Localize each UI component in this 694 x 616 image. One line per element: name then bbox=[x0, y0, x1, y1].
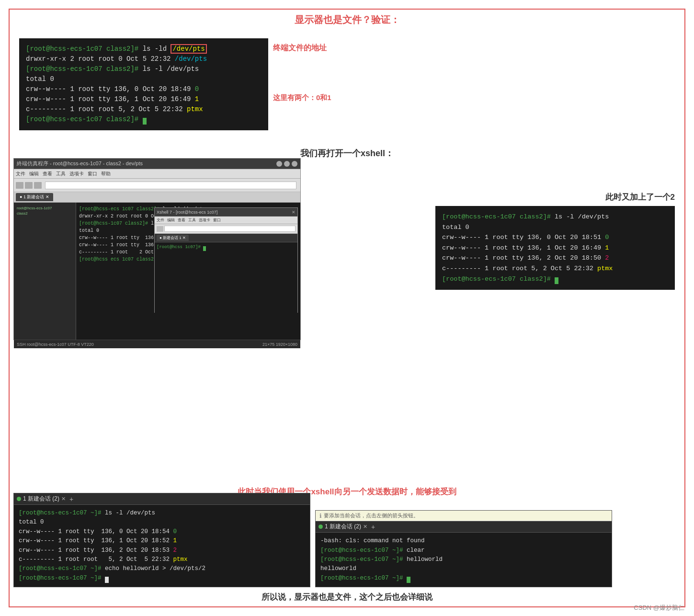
xshell-menu-edit[interactable]: 编辑 bbox=[29, 171, 39, 177]
xshell-toolbar-icon-3 bbox=[34, 182, 42, 189]
bottom-right-dot bbox=[319, 525, 323, 529]
xshell-inner-menu-tools[interactable]: 工具 bbox=[188, 217, 196, 223]
xshell-menu-help[interactable]: 帮助 bbox=[101, 171, 111, 177]
xshell-title-text: 終端仿真程序 - root@hcss-ecs-1c07 - class2 - d… bbox=[17, 160, 276, 167]
xshell-inner-menu-file[interactable]: 文件 bbox=[157, 217, 164, 223]
bottom-terminal-left-container: 1 新建会话 (2) ✕ + [root@hcss-ecs-1c07 ~]# l… bbox=[13, 493, 310, 587]
xshell-inner-window: Xshell 7 - [root@hcss-ecs 1c07] ✕ 文件 编辑 … bbox=[154, 207, 298, 313]
label-plus2: 此时又加上了一个2 bbox=[605, 192, 675, 203]
xshell-toolbar-icon-1 bbox=[16, 182, 23, 189]
inner-tab-label[interactable]: ● 新建会话 1 ✕ bbox=[157, 235, 189, 241]
xshell-status-text: SSH root@hcss-ecs-1c07 UTF-8 VT220 bbox=[17, 342, 94, 347]
xshell-inner-menu-view[interactable]: 查看 bbox=[178, 217, 185, 223]
terminal-2: [root@hcss-ecs-1c07 class2]# ls -l /dev/… bbox=[435, 206, 675, 290]
terminal-1: [root@hcss-ecs-1c07 class2]# ls -ld /dev… bbox=[19, 38, 268, 130]
xshell-menu: 文件 编辑 查看 工具 选项卡 窗口 帮助 bbox=[14, 169, 300, 179]
xshell-inner-menu-edit[interactable]: 编辑 bbox=[167, 217, 175, 223]
xshell-menu-tools[interactable]: 工具 bbox=[56, 171, 66, 177]
bottom-right-tab-label[interactable]: 1 新建会话 (2) bbox=[325, 523, 361, 531]
xshell-inner-content: [root@hcss 1c07]# bbox=[155, 242, 297, 320]
xshell-inner-title-text: Xshell 7 - [root@hcss-ecs 1c07] bbox=[157, 210, 292, 215]
bottom-left-tab-close[interactable]: ✕ bbox=[61, 496, 66, 502]
bottom-left-tab-plus[interactable]: + bbox=[69, 495, 73, 503]
terminal-1-prompt-1: [root@hcss-ecs-1c07 class2]# bbox=[26, 45, 138, 53]
bottom-left-cursor bbox=[105, 577, 109, 583]
xshell-inner: root@hcss-ecs-1c07 class2 [root@hcss-ecs… bbox=[14, 203, 300, 340]
xshell-status-coords: 21×75 1920×1080 bbox=[262, 342, 297, 347]
tooltip-text: 要添加当前会话，点击左侧的箭头按钮。 bbox=[324, 512, 419, 519]
xshell-menu-view[interactable]: 查看 bbox=[43, 171, 52, 177]
xshell-close-btn[interactable] bbox=[292, 161, 297, 167]
label-terminal-addr: 终端文件的地址 bbox=[273, 43, 327, 53]
xshell-minimize-btn[interactable] bbox=[276, 161, 282, 167]
xshell-tab-1[interactable]: ● 1 新建会话 ✕ bbox=[16, 193, 53, 201]
label-xshell: 我们再打开一个xshell： bbox=[300, 148, 394, 159]
bottom-right-tabbar: 1 新建会话 (2) ✕ + bbox=[316, 521, 612, 533]
xshell-window: 終端仿真程序 - root@hcss-ecs-1c07 - class2 - d… bbox=[13, 158, 301, 340]
label-two: 这里有两个：0和1 bbox=[273, 93, 331, 103]
xshell-titlebar: 終端仿真程序 - root@hcss-ecs-1c07 - class2 - d… bbox=[14, 159, 300, 169]
xshell-inner-menu-window[interactable]: 窗口 bbox=[213, 217, 221, 223]
xshell-sidebar-item-1: root@hcss-ecs-1c07 class2 bbox=[16, 205, 74, 217]
footer-label: 所以说，显示器也是文件，这个之后也会详细说 bbox=[262, 592, 432, 603]
bottom-terminal-right-body: -bash: cls: command not found [root@hcss… bbox=[316, 533, 612, 587]
xshell-menu-tab[interactable]: 选项卡 bbox=[69, 171, 84, 177]
inner-tabs: ● 新建会话 1 ✕ bbox=[155, 234, 297, 242]
terminal-1-prompt-3: [root@hcss-ecs-1c07 class2]# bbox=[26, 115, 138, 123]
bottom-terminal-left-body: [root@hcss-ecs-1c07 ~]# ls -l /dev/pts t… bbox=[14, 505, 310, 587]
bottom-right-tab-plus[interactable]: + bbox=[371, 523, 375, 531]
terminal-1-line-2: drwxr-xr-x 2 root root 0 Oct 5 22:32 /de… bbox=[26, 55, 207, 63]
bottom-right-tab-close[interactable]: ✕ bbox=[363, 524, 367, 530]
xshell-address-bar[interactable] bbox=[45, 182, 296, 189]
xshell-menu-window[interactable]: 窗口 bbox=[88, 171, 97, 177]
inner-address-bar[interactable] bbox=[164, 226, 296, 232]
xshell-menu-file[interactable]: 文件 bbox=[16, 171, 25, 177]
inner-toolbar-icon bbox=[157, 226, 163, 232]
xshell-titlebar-buttons bbox=[276, 161, 297, 167]
xshell-inner-close-icon[interactable]: ✕ bbox=[292, 210, 296, 215]
terminal-1-cursor bbox=[143, 118, 147, 125]
xshell-maximize-btn[interactable] bbox=[284, 161, 290, 167]
xshell-statusbar: SSH root@hcss-ecs-1c07 UTF-8 VT220 21×75… bbox=[14, 340, 300, 348]
xshell-main-area: [root@hcss-ecs 1c07 class2]# ls -ld /dev… bbox=[76, 203, 300, 340]
xshell-tabs: ● 1 新建会话 ✕ bbox=[14, 192, 300, 203]
xshell-inner-toolbar bbox=[155, 224, 297, 234]
highlight-devpts: /dev/pts bbox=[171, 44, 206, 54]
terminal-2-cursor bbox=[555, 277, 558, 284]
footer-credit: CSDN @爆炒脑仁 bbox=[634, 604, 684, 612]
bottom-left-dot bbox=[17, 497, 21, 501]
xshell-inner-text: [root@hcss 1c07]# bbox=[157, 244, 296, 251]
bottom-left-tab-label[interactable]: 1 新建会话 (2) bbox=[23, 495, 59, 503]
xshell-inner-titlebar: Xshell 7 - [root@hcss-ecs 1c07] ✕ bbox=[155, 208, 297, 217]
bottom-right-cursor bbox=[407, 577, 410, 583]
xshell-toolbar bbox=[14, 179, 300, 192]
xshell-toolbar-icon-2 bbox=[25, 182, 33, 189]
terminal-1-prompt-2: [root@hcss-ecs-1c07 class2]# bbox=[26, 65, 138, 73]
info-icon: ℹ bbox=[319, 513, 322, 519]
bottom-terminal-right-container: ℹ 要添加当前会话，点击左侧的箭头按钮。 1 新建会话 (2) ✕ + -bas… bbox=[315, 510, 612, 587]
bottom-left-tabbar: 1 新建会话 (2) ✕ + bbox=[14, 493, 310, 505]
bottom-right-tooltip: ℹ 要添加当前会话，点击左侧的箭头按钮。 bbox=[316, 511, 612, 521]
xshell-sidebar: root@hcss-ecs-1c07 class2 bbox=[14, 203, 76, 340]
xshell-inner-menu-tab[interactable]: 选项卡 bbox=[199, 217, 210, 223]
xshell-inner-menu: 文件 编辑 查看 工具 选项卡 窗口 bbox=[155, 217, 297, 224]
page-title: 显示器也是文件？验证： bbox=[295, 13, 400, 26]
